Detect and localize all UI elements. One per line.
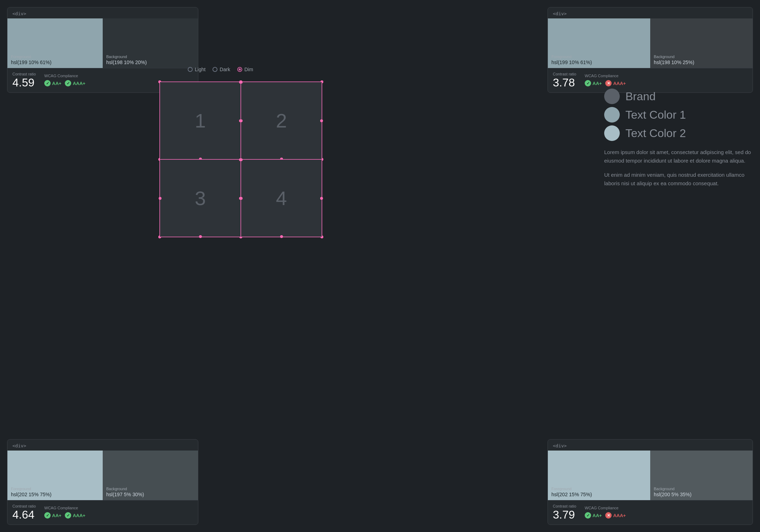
aa-badge-top-right: ✓ AA+ bbox=[585, 80, 602, 86]
lorem-paragraph-2: Ut enim ad minim veniam, quis nostrud ex… bbox=[604, 171, 753, 188]
wcag-label-bl: WCAG Compliance bbox=[44, 506, 85, 510]
contrast-label-bl: Contrast ratio bbox=[12, 504, 36, 508]
handle-cell2-rm[interactable] bbox=[320, 119, 323, 122]
handle-cell3-bm[interactable] bbox=[199, 235, 202, 238]
text2-dot bbox=[604, 125, 620, 141]
foreground-label-top-left: Foreground bbox=[11, 55, 99, 59]
theme-selector: Light Dark Dim bbox=[188, 67, 253, 72]
foreground-value-bl: hsl(202 15% 75%) bbox=[11, 492, 99, 497]
aa-badge-br: ✓ AA+ bbox=[585, 512, 602, 519]
background-value-bl: hsl(197 5% 30%) bbox=[106, 492, 194, 497]
aaa-badge-top-right: ✕ AAA+ bbox=[605, 80, 626, 86]
panel-top-right-title: <div> bbox=[548, 7, 753, 18]
wcag-label-br: WCAG Compliance bbox=[585, 506, 626, 510]
legend-panel: Brand Text Color 1 Text Color 2 Lorem ip… bbox=[604, 89, 753, 193]
text2-label: Text Color 2 bbox=[625, 127, 686, 140]
grid-cell-4: 4 bbox=[241, 159, 322, 237]
radio-dim[interactable]: Dim bbox=[237, 67, 253, 72]
radio-dark[interactable]: Dark bbox=[212, 67, 230, 72]
aa-icon-top-left: ✓ bbox=[44, 80, 51, 86]
wcag-badges-bl: ✓ AA+ ✓ AAA+ bbox=[44, 512, 85, 519]
aaa-icon-br: ✕ bbox=[605, 512, 612, 519]
grid-cell-2: 2 bbox=[241, 82, 322, 159]
foreground-swatch-top-left: Foreground hsl(199 10% 61%) bbox=[7, 18, 103, 68]
wcag-top-left: WCAG Compliance ✓ AA+ ✓ AAA+ bbox=[44, 74, 85, 86]
contrast-value-top-right: 3.78 bbox=[553, 77, 576, 88]
text1-dot bbox=[604, 107, 620, 123]
aa-badge-top-left: ✓ AA+ bbox=[44, 80, 61, 86]
background-swatch-top-left: Background hsl(198 10% 20%) bbox=[103, 18, 198, 68]
aaa-icon-top-right: ✕ bbox=[605, 80, 612, 86]
lorem-paragraph-1: Lorem ipsum dolor sit amet, consectetur … bbox=[604, 148, 753, 165]
contrast-label-br: Contrast ratio bbox=[553, 504, 576, 508]
background-label-top-left: Background bbox=[106, 55, 194, 59]
handle-cell4-lm[interactable] bbox=[240, 197, 243, 200]
foreground-label-br: Foreground bbox=[551, 487, 647, 491]
wcag-badges-top-left: ✓ AA+ ✓ AAA+ bbox=[44, 80, 85, 86]
brand-dot bbox=[604, 89, 620, 104]
foreground-swatch-bottom-left: Foreground hsl(202 15% 75%) bbox=[7, 451, 103, 500]
background-value-top-left: hsl(198 10% 20%) bbox=[106, 60, 194, 65]
handle-cell2-lm[interactable] bbox=[240, 119, 243, 122]
wcag-badges-br: ✓ AA+ ✕ AAA+ bbox=[585, 512, 626, 519]
color-swatches-top-left: Foreground hsl(199 10% 61%) Background h… bbox=[7, 18, 198, 68]
panel-bottom-left: <div> Foreground hsl(202 15% 75%) Backgr… bbox=[7, 439, 198, 525]
aaa-badge-br: ✕ AAA+ bbox=[605, 512, 626, 519]
grid: 1 2 3 4 bbox=[160, 82, 322, 237]
color-swatches-bottom-right: Foreground hsl(202 15% 75%) Background h… bbox=[548, 451, 753, 500]
grid-cell-1: 1 bbox=[160, 82, 241, 159]
panel-bottom-right-title: <div> bbox=[548, 440, 753, 451]
panel-top-left: <div> Foreground hsl(199 10% 61%) Backgr… bbox=[7, 7, 198, 93]
handle-cell3-lm[interactable] bbox=[159, 197, 161, 200]
brand-label: Brand bbox=[625, 90, 656, 103]
legend-text2: Text Color 2 bbox=[604, 125, 753, 141]
foreground-swatch-bottom-right: Foreground hsl(202 15% 75%) bbox=[548, 451, 650, 500]
background-swatch-bottom-right: Background hsl(200 5% 35%) bbox=[650, 451, 753, 500]
radio-light[interactable]: Light bbox=[188, 67, 205, 72]
background-swatch-top-right: Background hsl(198 10% 25%) bbox=[650, 18, 753, 68]
contrast-value-top-left: 4.59 bbox=[12, 77, 36, 88]
panel-top-right: <div> Foreground hsl(199 10% 61%) Backgr… bbox=[548, 7, 753, 93]
foreground-label-bl: Foreground bbox=[11, 487, 99, 491]
radio-circle-dark bbox=[212, 67, 217, 72]
contrast-top-left: Contrast ratio 4.59 bbox=[12, 72, 36, 88]
aa-badge-bl: ✓ AA+ bbox=[44, 512, 61, 519]
background-label-top-right: Background bbox=[654, 55, 749, 59]
radio-label-light: Light bbox=[195, 67, 205, 72]
contrast-top-right: Contrast ratio 3.78 bbox=[553, 72, 576, 88]
aa-icon-br: ✓ bbox=[585, 512, 591, 519]
wcag-label-top-left: WCAG Compliance bbox=[44, 74, 85, 78]
background-label-br: Background bbox=[654, 487, 749, 491]
wcag-bottom-left: WCAG Compliance ✓ AA+ ✓ AAA+ bbox=[44, 506, 85, 519]
contrast-bottom-left: Contrast ratio 4.64 bbox=[12, 504, 36, 520]
handle-cell4-bm[interactable] bbox=[280, 235, 283, 238]
foreground-label-top-right: Foreground bbox=[551, 55, 647, 59]
canvas-area: 1 2 3 4 bbox=[159, 81, 322, 237]
background-value-br: hsl(200 5% 35%) bbox=[654, 492, 749, 497]
grid-cell-3: 3 bbox=[160, 159, 241, 237]
foreground-swatch-top-right: Foreground hsl(199 10% 61%) bbox=[548, 18, 650, 68]
background-label-bl: Background bbox=[106, 487, 194, 491]
foreground-value-top-right: hsl(199 10% 61%) bbox=[551, 60, 647, 65]
panel-top-left-title: <div> bbox=[7, 7, 198, 18]
aaa-badge-top-left: ✓ AAA+ bbox=[65, 80, 85, 86]
legend-text1: Text Color 1 bbox=[604, 107, 753, 123]
text1-label: Text Color 1 bbox=[625, 108, 686, 121]
radio-label-dim: Dim bbox=[244, 67, 253, 72]
aa-icon-bl: ✓ bbox=[44, 512, 51, 519]
stats-bottom-left: Contrast ratio 4.64 WCAG Compliance ✓ AA… bbox=[7, 500, 198, 525]
contrast-value-bl: 4.64 bbox=[12, 509, 36, 520]
wcag-bottom-right: WCAG Compliance ✓ AA+ ✕ AAA+ bbox=[585, 506, 626, 519]
panel-bottom-left-title: <div> bbox=[7, 440, 198, 451]
aaa-icon-bl: ✓ bbox=[65, 512, 71, 519]
handle-cell4-rm[interactable] bbox=[320, 197, 323, 200]
background-swatch-bottom-left: Background hsl(197 5% 30%) bbox=[103, 451, 198, 500]
contrast-label-top-left: Contrast ratio bbox=[12, 72, 36, 76]
contrast-label-top-right: Contrast ratio bbox=[553, 72, 576, 76]
handle-cell4-tl[interactable] bbox=[240, 158, 243, 161]
foreground-value-br: hsl(202 15% 75%) bbox=[551, 492, 647, 497]
wcag-label-top-right: WCAG Compliance bbox=[585, 74, 626, 78]
radio-circle-dim bbox=[237, 67, 242, 72]
handle-cell2-tl[interactable] bbox=[240, 81, 243, 84]
wcag-top-right: WCAG Compliance ✓ AA+ ✕ AAA+ bbox=[585, 74, 626, 86]
